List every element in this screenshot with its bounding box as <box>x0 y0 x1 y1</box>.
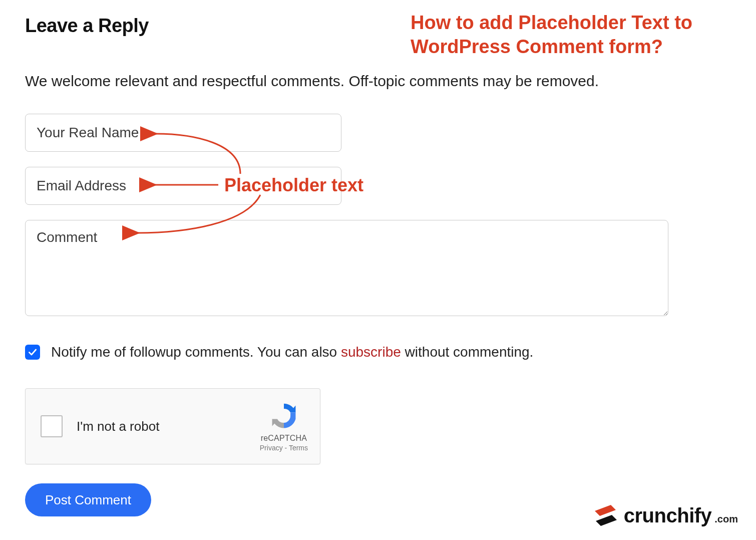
subscribe-link[interactable]: subscribe <box>341 344 401 360</box>
brand-name: crunchify <box>624 504 712 527</box>
notify-text-after: without commenting. <box>401 344 534 360</box>
recaptcha-widget: I'm not a robot reCAPTCHA Privacy - Term… <box>25 388 320 464</box>
comment-form: Placeholder text <box>25 114 731 316</box>
comment-field[interactable] <box>25 220 668 316</box>
recaptcha-brand: reCAPTCHA <box>260 434 308 443</box>
recaptcha-terms-link[interactable]: Terms <box>289 444 308 452</box>
brand-logo: crunchify .com <box>594 504 738 527</box>
check-icon <box>28 347 38 357</box>
recaptcha-privacy-link[interactable]: Privacy <box>260 444 283 452</box>
name-field[interactable] <box>25 114 341 152</box>
annotation-title: How to add Placeholder Text to WordPress… <box>411 11 736 59</box>
brand-suffix: .com <box>714 513 738 525</box>
annotation-placeholder-label: Placeholder text <box>224 175 363 196</box>
recaptcha-label: I'm not a robot <box>77 419 159 434</box>
notify-row: Notify me of followup comments. You can … <box>25 344 731 360</box>
recaptcha-icon <box>269 401 299 431</box>
notify-text: Notify me of followup comments. You can … <box>51 344 533 360</box>
intro-text: We welcome relevant and respectful comme… <box>25 73 731 90</box>
notify-checkbox[interactable] <box>25 345 40 360</box>
recaptcha-sep: - <box>283 444 289 452</box>
crunchify-icon <box>594 504 619 527</box>
notify-text-before: Notify me of followup comments. You can … <box>51 344 341 360</box>
recaptcha-checkbox[interactable] <box>41 415 63 437</box>
post-comment-button[interactable]: Post Comment <box>25 483 151 516</box>
